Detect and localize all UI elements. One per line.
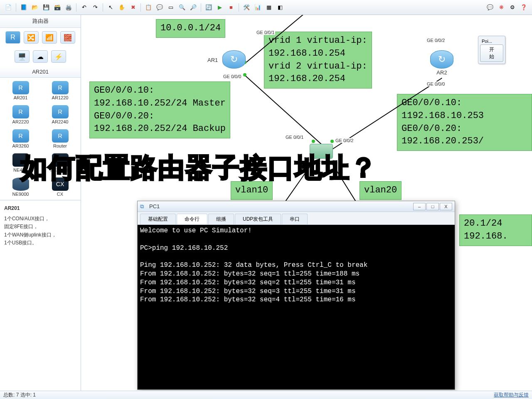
minimize-button[interactable]: – (413, 203, 426, 210)
port-label: GE 0/0/0 (222, 74, 242, 79)
status-count: 总数: 7 选中: 1 (3, 392, 36, 399)
pointer-icon[interactable]: ↖ (106, 2, 116, 12)
undo-icon[interactable]: ↶ (79, 2, 89, 12)
cat-cloud-icon[interactable]: ☁ (33, 50, 48, 63)
main-toolbar: 📄 📘 📂 💾 🗃️ 🖨️ ↶ ↷ ↖ ✋ ✖ 📋 💬 ▭ 🔍 🔎 🔄 ▶ ■ … (0, 0, 532, 15)
delete-icon[interactable]: ✖ (128, 2, 138, 12)
note-icon[interactable]: 💬 (155, 2, 165, 12)
new-icon[interactable]: 📄 (3, 2, 13, 12)
overlay-title: 如何配置路由器子接口地址？ (21, 150, 377, 186)
terminal-output[interactable]: Welcome to use PC Simulator! PC>ping 192… (138, 225, 455, 389)
grid-icon[interactable]: ▦ (264, 2, 274, 12)
zoom-out-icon[interactable]: 🔎 (188, 2, 198, 12)
device-item[interactable]: RRouter (41, 128, 79, 150)
cat-pc-icon[interactable]: 🖥️ (15, 50, 30, 63)
pc-tab[interactable]: 串口 (282, 214, 308, 224)
port-label: GE 0/0/2 (335, 138, 354, 143)
pc-tab[interactable]: UDP发包工具 (235, 214, 281, 224)
huawei-icon[interactable]: ❋ (496, 2, 506, 12)
device-item[interactable]: RAR2240 (41, 103, 79, 126)
refresh-icon[interactable]: 🔄 (204, 2, 214, 12)
tool1-icon[interactable]: 🛠️ (241, 2, 251, 12)
help-icon[interactable]: ❓ (519, 2, 529, 12)
redo-icon[interactable]: ↷ (90, 2, 100, 12)
cat-link-icon[interactable]: ⚡ (51, 50, 66, 63)
maximize-button[interactable]: □ (426, 203, 439, 210)
anno-right: GE0/0/0.10: 1192.168.10.253 GE0/0/0.20: … (397, 94, 532, 151)
device-item[interactable]: RAR1220 (41, 79, 79, 102)
stop-icon[interactable]: ■ (226, 2, 236, 12)
cat-wlan-icon[interactable]: 📶 (42, 31, 57, 44)
msg-icon[interactable]: 💬 (485, 2, 495, 12)
anno-left: GE0/0/0.10: 192.168.10.252/24 Master GE0… (89, 81, 230, 138)
section-title: AR201 (0, 66, 81, 78)
rect-icon[interactable]: ▭ (166, 2, 176, 12)
cat-firewall-icon[interactable]: 🧱 (60, 31, 75, 44)
open-icon[interactable]: 📂 (30, 2, 40, 12)
zoom-in-icon[interactable]: 🔍 (177, 2, 187, 12)
play-icon[interactable]: ▶ (215, 2, 225, 12)
desc-title: AR201 (4, 204, 76, 212)
anno-bottom1: 20.1/24 192.168. (459, 214, 532, 246)
anno-top: 10.0.0.1/24 (156, 19, 225, 38)
pc-tab[interactable]: 基础配置 (140, 214, 176, 224)
save-icon[interactable]: 💾 (41, 2, 51, 12)
port-label: GE 0/0/0 (426, 81, 446, 86)
saveall-icon[interactable]: 🗃️ (52, 2, 62, 12)
tool3-icon[interactable]: ◧ (275, 2, 285, 12)
help-link[interactable]: 获取帮助与反馈 (494, 392, 529, 399)
pc-tab[interactable]: 命令行 (177, 214, 207, 224)
new-topo-icon[interactable]: 📘 (19, 2, 29, 12)
hand-icon[interactable]: ✋ (117, 2, 127, 12)
pc1-title-text: PC1 (149, 203, 160, 209)
device-item[interactable]: RAR2220 (2, 103, 39, 126)
close-button[interactable]: X (440, 203, 452, 210)
device-ar2[interactable]: ↻ AR2 (430, 50, 453, 76)
tool2-icon[interactable]: 📊 (253, 2, 263, 12)
topology-canvas[interactable]: 10.0.0.1/24 vrid 1 virtual-ip: 192.168.1… (81, 15, 532, 391)
device-item[interactable]: RAR201 (2, 79, 39, 102)
port-label: GE 0/0/2 (426, 38, 446, 43)
start-popup: Poi... 开始 (478, 36, 505, 64)
pc-tab[interactable]: 组播 (208, 214, 234, 224)
pc-icon: ⧉ (140, 203, 147, 210)
pc1-window: ⧉ PC1 – □ X 基础配置命令行组播UDP发包工具串口 Welcome t… (137, 201, 455, 390)
cat-router-icon[interactable]: R (5, 31, 20, 44)
settings-icon[interactable]: ⚙ (507, 2, 517, 12)
device-item[interactable]: RAR3260 (2, 128, 39, 150)
popup-tab: Poi... (480, 38, 503, 44)
panel-title: 路由器 (0, 15, 81, 28)
device-ar1[interactable]: ↻ AR1 (222, 50, 246, 69)
cat-switch-icon[interactable]: 🔀 (24, 31, 39, 44)
start-button[interactable]: 开始 (480, 44, 503, 62)
status-bar: 总数: 7 选中: 1 获取帮助与反馈 (0, 391, 532, 399)
device-description: AR201 1个CON/AUX接口，固定8FE接口，1个WAN侧uplink接口… (0, 200, 81, 251)
print-icon[interactable]: 🖨️ (64, 2, 74, 12)
port-label: GE 0/0/1 (256, 30, 275, 35)
port-label: GE 0/0/1 (285, 135, 304, 140)
pc1-titlebar[interactable]: ⧉ PC1 – □ X (138, 201, 455, 212)
anno-vrid: vrid 1 virtual-ip: 192.168.10.254 vrid 2… (264, 32, 372, 89)
cut-icon[interactable]: 📋 (143, 2, 153, 12)
device-panel: 路由器 R 🔀 📶 🧱 🖥️ ☁ ⚡ AR201 RAR201RAR1220RA… (0, 15, 81, 391)
